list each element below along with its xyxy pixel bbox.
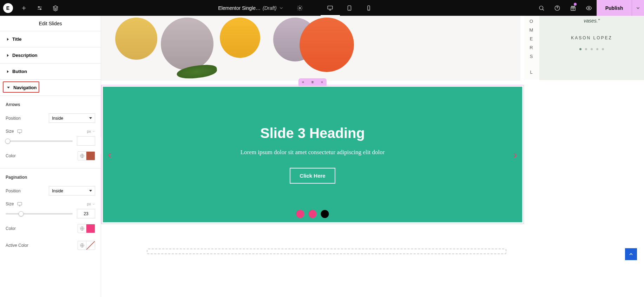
slider-thumb[interactable] (18, 211, 24, 216)
responsive-icon[interactable] (17, 128, 23, 134)
gear-icon[interactable] (292, 0, 308, 16)
pagination-size-slider[interactable] (6, 213, 73, 214)
accordion-description[interactable]: Description (0, 47, 101, 64)
color-swatch-empty[interactable] (86, 241, 95, 250)
arrows-size-input[interactable] (77, 136, 95, 146)
svg-rect-12 (18, 202, 22, 205)
arrows-heading: Arrows (6, 102, 95, 107)
chevron-down-icon (89, 117, 92, 119)
gift-icon[interactable] (565, 0, 581, 16)
pagination-size-label: Size (6, 201, 23, 207)
arrows-position-select[interactable]: Inside (49, 113, 95, 123)
topbar-right: Publish (533, 0, 644, 16)
pagination-dot[interactable] (296, 210, 304, 218)
svg-point-17 (313, 81, 313, 82)
pagination-active-color-picker[interactable] (78, 241, 95, 250)
widget-toolbar (298, 78, 327, 86)
settings-icon[interactable] (32, 0, 47, 16)
svg-point-15 (312, 81, 312, 82)
next-arrow[interactable]: › (513, 148, 517, 161)
vase (300, 18, 354, 72)
vertical-letter: O (530, 19, 534, 24)
slides-widget[interactable]: ‹ › Slide 3 Heading Lorem ipsum dolor si… (101, 85, 524, 224)
accordion-button-label: Button (12, 69, 27, 74)
pagination-color-picker[interactable] (78, 224, 95, 233)
vertical-letter: R (530, 45, 533, 50)
preview-icon[interactable] (581, 0, 597, 16)
plus-icon[interactable] (301, 80, 305, 84)
pagination-size-unit[interactable]: px (87, 202, 95, 206)
size-label-text: Size (6, 202, 14, 206)
caret-down-icon (7, 87, 10, 88)
search-icon[interactable] (533, 0, 549, 16)
notification-dot (574, 3, 577, 6)
mobile-device[interactable] (359, 0, 379, 16)
doc-status: (Draft) (263, 5, 277, 11)
globe-icon[interactable] (78, 241, 86, 250)
publish-button[interactable]: Publish (597, 0, 632, 16)
unit-label: px (87, 202, 91, 206)
elementor-logo[interactable]: E (0, 0, 16, 16)
chevron-down-icon[interactable] (279, 6, 284, 11)
svg-point-9 (588, 7, 590, 9)
responsive-icon[interactable] (17, 201, 23, 207)
globe-icon[interactable] (78, 152, 86, 160)
arrows-size-label: Size (6, 128, 23, 134)
slider-thumb[interactable] (5, 138, 10, 144)
testimonial-dot[interactable] (591, 48, 593, 50)
slide-button[interactable]: Click Here (290, 168, 335, 184)
vertical-text: OMERSL (524, 16, 539, 80)
pagination-dot-active[interactable] (321, 210, 329, 218)
vase (161, 18, 213, 70)
vertical-letter: M (530, 27, 534, 33)
testimonial-dot[interactable] (585, 48, 587, 50)
svg-point-6 (539, 6, 543, 10)
arrows-size-slider[interactable] (6, 140, 73, 142)
pagination-size-input[interactable] (77, 209, 95, 218)
arrows-size-unit[interactable]: px (87, 129, 95, 133)
testimonial-dot[interactable] (602, 48, 604, 50)
svg-point-19 (312, 82, 313, 83)
chevron-down-icon (89, 190, 92, 192)
pagination-color-label: Color (6, 226, 16, 231)
accordion-button[interactable]: Button (0, 64, 101, 80)
prev-arrow[interactable]: ‹ (108, 148, 112, 161)
accordion-navigation[interactable]: Navigation (0, 80, 101, 96)
svg-point-2 (299, 7, 301, 9)
pagination-dot[interactable] (309, 210, 317, 218)
vertical-letter: E (530, 36, 534, 41)
pagination-position-value: Inside (52, 189, 63, 193)
pagination-dots (296, 210, 329, 218)
pagination-section: Pagination Position Inside Size px (0, 169, 101, 258)
arrows-section: Arrows Position Inside Size px (0, 96, 101, 169)
add-button[interactable] (16, 0, 32, 16)
pagination-position-select[interactable]: Inside (49, 186, 95, 196)
arrows-color-picker[interactable] (78, 151, 95, 160)
topbar-center: Elementor Single… (Draft) (63, 0, 533, 16)
vertical-letter: L (530, 70, 533, 75)
globe-icon[interactable] (78, 224, 86, 233)
help-icon[interactable] (549, 0, 565, 16)
close-icon[interactable] (320, 80, 324, 84)
accordion-navigation-label: Navigation (13, 85, 37, 90)
testimonial-dot[interactable] (596, 48, 598, 50)
publish-dropdown[interactable] (632, 0, 644, 16)
doc-title: Elementor Single… (218, 5, 261, 11)
svg-rect-10 (18, 130, 22, 132)
svg-rect-3 (328, 6, 333, 9)
accordion-title[interactable]: Title (0, 31, 101, 47)
color-swatch[interactable] (86, 224, 95, 233)
slide-heading: Slide 3 Heading (260, 125, 365, 141)
top-bar: E Elementor Single… (Draft) (0, 0, 644, 16)
tablet-device[interactable] (340, 0, 359, 16)
drag-icon[interactable] (311, 80, 314, 84)
hero-image (101, 16, 520, 81)
layers-icon[interactable] (47, 0, 63, 16)
desktop-device[interactable] (321, 0, 340, 16)
color-swatch[interactable] (86, 152, 95, 160)
canvas: ‹ › Slide 3 Heading Lorem ipsum dolor si… (101, 16, 644, 297)
accordion-description-label: Description (12, 53, 38, 58)
add-section-placeholder[interactable] (147, 249, 506, 254)
scroll-to-top-button[interactable] (625, 248, 637, 260)
testimonial-dot[interactable] (579, 48, 581, 50)
